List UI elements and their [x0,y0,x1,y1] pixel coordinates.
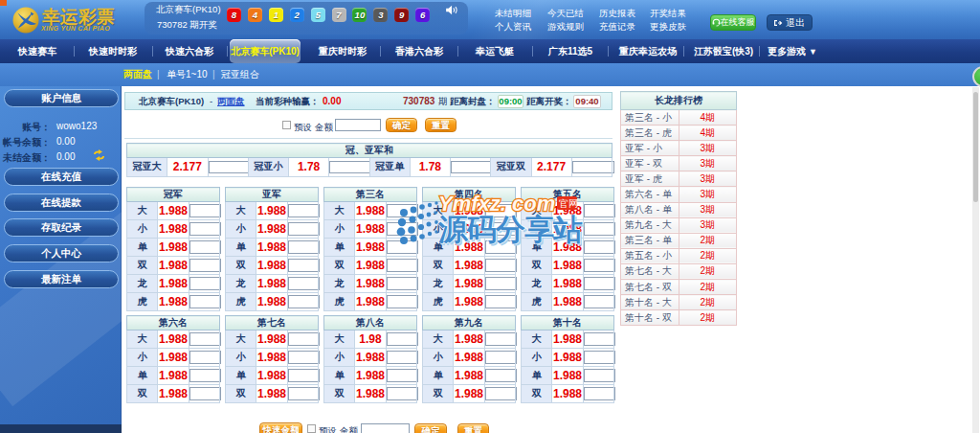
svg-text:官网: 官网 [559,198,578,209]
svg-text:源码分享站: 源码分享站 [437,213,583,246]
